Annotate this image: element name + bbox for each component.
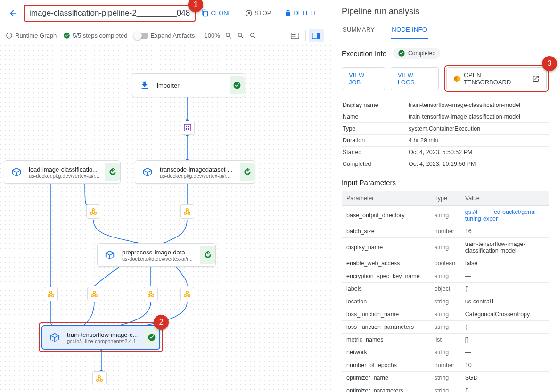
svg-point-51 xyxy=(98,376,100,377)
table-row: metric_nameslist[] xyxy=(342,334,549,346)
zoom-in-icon[interactable] xyxy=(237,32,245,40)
tensorboard-icon xyxy=(453,75,461,82)
runtime-graph-toggle[interactable]: Runtime Graph xyxy=(6,32,57,39)
tab-summary[interactable]: SUMMARY xyxy=(342,21,376,39)
table-row: loss_function_parametersstring{} xyxy=(342,321,549,334)
kv-value: train-tensorflow-image-classification-mo… xyxy=(408,99,549,111)
kv-key: Started xyxy=(342,147,408,158)
artifact-icon[interactable] xyxy=(87,287,101,301)
stop-button[interactable]: STOP xyxy=(241,7,275,20)
table-row: optimizer_namestringSGD xyxy=(342,372,549,384)
panel-layout-2-button[interactable] xyxy=(309,29,324,42)
artifact-icon[interactable] xyxy=(180,204,194,219)
svg-rect-1 xyxy=(292,34,296,35)
svg-rect-2 xyxy=(292,36,296,37)
kv-value: Oct 4, 2023, 5:50:52 PM xyxy=(408,147,549,158)
cube-icon xyxy=(47,330,62,345)
node-load-image[interactable]: load-image-classificatio...us-docker.pkg… xyxy=(4,160,121,184)
arrow-left-icon xyxy=(8,8,18,18)
svg-point-32 xyxy=(92,209,94,211)
expand-artifacts-toggle[interactable]: Expand Artifacts xyxy=(134,32,195,39)
node-transcode[interactable]: transcode-imagedataset-...us-docker.pkg.… xyxy=(135,160,255,184)
execution-info-table: Display nametrain-tensorflow-image-class… xyxy=(342,99,549,170)
svg-point-35 xyxy=(186,209,188,211)
stop-icon xyxy=(245,9,253,17)
download-icon xyxy=(137,78,152,93)
kv-key: Duration xyxy=(342,135,408,147)
table-row: locationstringus-central1 xyxy=(342,295,549,308)
svg-point-37 xyxy=(188,212,190,214)
clone-button[interactable]: CLONE xyxy=(197,7,236,20)
artifact-icon[interactable] xyxy=(92,371,107,385)
svg-point-42 xyxy=(91,295,93,297)
svg-rect-31 xyxy=(188,128,189,130)
svg-point-40 xyxy=(52,295,54,297)
side-panel: Pipeline run analysis SUMMARY NODE INFO … xyxy=(332,0,558,392)
svg-rect-29 xyxy=(188,126,189,127)
table-row: loss_function_namestringCategoricalCross… xyxy=(342,308,549,321)
svg-point-41 xyxy=(93,291,95,293)
steps-status: 5/5 steps completed xyxy=(63,32,127,39)
pipeline-title-box: image-classification-pipeline-2_________… xyxy=(24,5,196,22)
svg-rect-4 xyxy=(317,33,320,39)
artifact-icon[interactable] xyxy=(86,204,100,219)
panel-layout-1-button[interactable] xyxy=(287,29,303,42)
input-parameters-heading: Input Parameters xyxy=(342,179,549,187)
node-preprocess[interactable]: preprocess-image-dataus-docker.pkg.dev/v… xyxy=(97,243,216,267)
node-train[interactable]: train-tensorflow-image-c...gcr.io/...lin… xyxy=(41,325,160,350)
clone-icon xyxy=(201,9,209,17)
back-button[interactable] xyxy=(6,6,21,21)
artifact-icon[interactable] xyxy=(44,287,58,301)
zoom-fit-icon[interactable] xyxy=(249,32,257,40)
artifact-icon[interactable] xyxy=(144,287,158,301)
kv-key: Name xyxy=(342,111,408,123)
status-success-icon xyxy=(144,328,159,346)
node-importer[interactable]: importer xyxy=(132,74,245,97)
kv-value: 4 hr 29 min xyxy=(408,135,549,147)
tab-node-info[interactable]: NODE INFO xyxy=(391,21,428,39)
external-link-icon xyxy=(532,75,540,82)
svg-point-52 xyxy=(97,379,98,381)
table-row: optimizer_parametersstring{} xyxy=(342,384,549,392)
table-row: networkstring— xyxy=(342,346,549,359)
kv-value: Oct 4, 2023, 10:19:56 PM xyxy=(408,158,549,170)
delete-icon xyxy=(284,9,292,17)
artifact-icon[interactable] xyxy=(180,287,194,301)
table-row: enable_web_accessbooleanfalse xyxy=(342,257,549,270)
kv-key: Type xyxy=(342,123,408,135)
status-cached-icon xyxy=(105,163,120,181)
kv-key: Completed xyxy=(342,158,408,170)
table-row: number_of_epochsnumber10 xyxy=(342,359,549,372)
svg-point-49 xyxy=(188,295,190,297)
status-success-icon xyxy=(230,76,245,94)
kv-value: system.ContainerExecution xyxy=(408,123,549,135)
svg-point-44 xyxy=(150,291,152,293)
svg-point-39 xyxy=(48,295,50,297)
table-row: batch_sizenumber16 xyxy=(342,225,549,238)
pipeline-title: image-classification-pipeline-2_________… xyxy=(29,8,190,17)
callout-badge-3: 3 xyxy=(542,56,557,71)
status-cached-icon xyxy=(200,246,215,264)
view-job-button[interactable]: VIEW JOB xyxy=(342,67,385,90)
artifact-dataset-icon[interactable] xyxy=(181,121,195,135)
table-row: labelsobject{} xyxy=(342,283,549,295)
info-icon xyxy=(6,32,13,39)
svg-point-48 xyxy=(184,295,186,297)
svg-point-45 xyxy=(148,295,150,297)
svg-point-36 xyxy=(184,212,186,214)
execution-info-heading: Execution Info xyxy=(342,49,386,57)
zoom-level: 100% xyxy=(204,32,220,39)
table-row: display_namestringtrain-tensorflow-image… xyxy=(342,238,549,257)
table-row: base_output_directorystringgs://l_____ed… xyxy=(342,206,549,225)
cube-icon xyxy=(9,164,24,180)
table-row: encryption_spec_key_namestring— xyxy=(342,270,549,283)
param-link[interactable]: gs://l_____ed-bucket/genai-tuning-exper xyxy=(465,209,538,222)
open-tensorboard-button[interactable]: OPEN TENSORBOARD xyxy=(446,67,547,90)
delete-button[interactable]: DELETE xyxy=(280,7,321,20)
view-logs-button[interactable]: VIEW LOGS xyxy=(391,67,439,90)
toggle-switch[interactable] xyxy=(134,33,148,39)
svg-rect-30 xyxy=(186,128,187,130)
panel-title: Pipeline run analysis xyxy=(342,7,549,16)
svg-point-38 xyxy=(50,291,52,293)
zoom-out-icon[interactable] xyxy=(225,32,232,40)
